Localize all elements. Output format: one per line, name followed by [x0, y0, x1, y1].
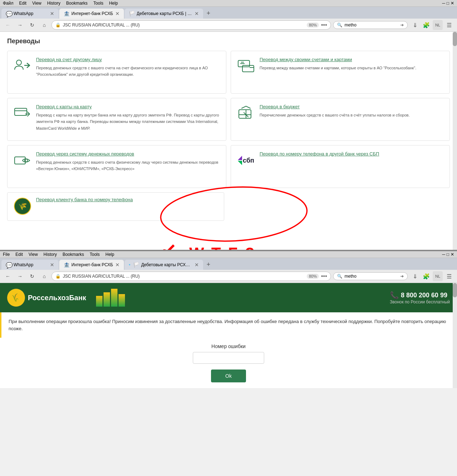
security-icon-1: 🔒	[55, 23, 61, 28]
new-tab-button-1[interactable]: +	[204, 8, 214, 19]
lang-badge-2[interactable]: NL	[433, 271, 443, 281]
search-box-1[interactable]: 🔍 ➜	[333, 21, 408, 29]
transfer-card-card-to-card[interactable]: Перевод с карты на карту Перевод с карты…	[7, 98, 226, 141]
transfer-card-budget[interactable]: Перевод в бюджет Перечисление денежных с…	[231, 98, 450, 141]
new-tab-button-2[interactable]: +	[204, 259, 214, 270]
transfer-title-to-account[interactable]: Перевод на счет другому лицу	[36, 57, 220, 62]
menu2-history[interactable]: History	[44, 252, 57, 257]
menu-bar-2: File Edit View History Bookmarks Tools H…	[0, 251, 457, 258]
menu-icon-2[interactable]: ☰	[444, 271, 454, 281]
tab-debet-close-1[interactable]: ✕	[195, 11, 199, 16]
window2-minimize[interactable]: ─	[442, 252, 445, 257]
tab-whatsapp-2[interactable]: 💬 WhatsApp ✕	[1, 260, 59, 270]
menu2-file[interactable]: File	[3, 252, 10, 257]
extensions-icon-2[interactable]: 🧩	[421, 271, 431, 281]
search-input-2[interactable]	[345, 274, 398, 279]
menu-edit[interactable]: Edit	[19, 1, 27, 6]
scroll-track-1[interactable]	[453, 32, 457, 250]
ok-button[interactable]: Ok	[211, 370, 246, 382]
error-text: При выполнении операции произошла ошибка…	[9, 318, 450, 332]
transfer-text-to-account: Перевод на счет другому лицу Перевод ден…	[36, 57, 220, 88]
forward-button-2[interactable]: →	[15, 271, 25, 281]
url-text-1: JSC RUSSIAN AGRICULTURAL ... (RU)	[63, 23, 305, 28]
error-number-section: Номер ошибки Ok	[0, 338, 457, 388]
transfer-card-money-system[interactable]: Перевод через систему денежных переводов…	[7, 145, 226, 188]
transfer-card-sbp[interactable]: сбп Перевод по номеру телефона в другой …	[231, 145, 450, 188]
scroll-thumb-2[interactable]	[453, 283, 457, 297]
rshb-logo: 🌾 РоссельхозБанк	[7, 289, 86, 307]
menu-bookmarks[interactable]: Bookmarks	[66, 1, 87, 6]
tab-rshb-close-1[interactable]: ✕	[115, 11, 120, 16]
window-close[interactable]: ✕	[451, 1, 454, 6]
download-icon-2[interactable]: ⇓	[410, 271, 420, 281]
scroll-track-2[interactable]	[453, 283, 457, 388]
search-input-1[interactable]	[345, 23, 398, 28]
window2-close[interactable]: ✕	[451, 252, 454, 257]
url-text-2: JSC RUSSIAN AGRICULTURAL ... (RU)	[63, 274, 305, 279]
url-box-1[interactable]: 🔒 JSC RUSSIAN AGRICULTURAL ... (RU) 80% …	[51, 20, 331, 30]
single-card-row: 🌾 Перевод клиенту банка по номеру телефо…	[7, 192, 450, 221]
menu2-tools[interactable]: Tools	[90, 252, 100, 257]
menu-file[interactable]: Файл	[3, 1, 14, 6]
menu2-edit[interactable]: Edit	[15, 252, 23, 257]
transfer-title-between-accounts[interactable]: Перевод между своими счетами и картами	[260, 57, 444, 62]
search-box-2[interactable]: 🔍 ➜	[333, 272, 408, 280]
bar-3	[111, 289, 117, 307]
refresh-button-2[interactable]: ↻	[27, 271, 37, 281]
sbp-logo-icon: сбп	[237, 151, 255, 170]
transfer-title-card-to-card[interactable]: Перевод с карты на карту	[36, 104, 220, 109]
window2-maximize[interactable]: □	[447, 252, 449, 257]
toolbar-right-1: ⇓ 🧩 NL ☰	[410, 20, 454, 30]
search-go-1[interactable]: ➜	[400, 23, 404, 28]
transfer-text-budget: Перевод в бюджет Перечисление денежных с…	[260, 104, 444, 135]
transfer-title-sbp[interactable]: Перевод по номеру телефона в другой банк…	[260, 151, 444, 157]
back-button-2[interactable]: ←	[3, 271, 13, 281]
transfer-card-between-accounts[interactable]: Перевод между своими счетами и картами П…	[231, 51, 450, 94]
window-minimize[interactable]: ─	[442, 1, 445, 6]
menu-view[interactable]: View	[32, 1, 41, 6]
tab-whatsapp-close-2[interactable]: ✕	[50, 262, 54, 268]
transfer-title-budget[interactable]: Перевод в бюджет	[260, 104, 444, 109]
lang-badge-1[interactable]: NL	[433, 20, 443, 30]
search-go-2[interactable]: ➜	[400, 274, 404, 279]
transfer-text-by-phone: Перевод клиенту банка по номеру телефона	[36, 197, 218, 216]
tab-whatsapp-title-1: WhatsApp	[14, 11, 48, 16]
window-maximize[interactable]: □	[447, 1, 449, 6]
more-button-2[interactable]: •••	[321, 273, 327, 279]
scroll-thumb-1[interactable]	[453, 32, 457, 46]
tab-whatsapp-close-1[interactable]: ✕	[50, 11, 54, 16]
back-button-1[interactable]: ←	[3, 20, 13, 30]
transfer-title-money-system[interactable]: Перевод через систему денежных переводов	[36, 151, 220, 157]
tab-bar-1: 💬 WhatsApp ✕ 🏦 Интернет-банк РСХБ ✕ 🏳️ Д…	[0, 7, 457, 19]
tab-whatsapp-1[interactable]: 💬 WhatsApp ✕	[1, 9, 59, 19]
error-number-input[interactable]	[193, 352, 264, 364]
menu-history[interactable]: History	[47, 1, 60, 6]
tab-rshb-2[interactable]: 🏦 Интернет-банк РСХБ ✕	[59, 260, 124, 270]
tab-debet-2[interactable]: ● 🏳️ Дебетовые карты РСХБ | Банки. ✕	[125, 260, 203, 270]
home-button-1[interactable]: ⌂	[39, 20, 49, 30]
more-button-1[interactable]: •••	[321, 22, 327, 28]
extensions-icon-1[interactable]: 🧩	[421, 20, 431, 30]
security-icon-2: 🔒	[55, 274, 61, 279]
tab-rshb-1[interactable]: 🏦 Интернет-банк РСХБ ✕	[59, 9, 124, 19]
home-button-2[interactable]: ⌂	[39, 271, 49, 281]
rshb-icon-2: 🏦	[64, 262, 69, 268]
transfer-title-by-phone[interactable]: Перевод клиенту банка по номеру телефона	[36, 197, 218, 202]
tab-rshb-close-2[interactable]: ✕	[115, 262, 120, 268]
menu2-view[interactable]: View	[29, 252, 38, 257]
menu-icon-1[interactable]: ☰	[444, 20, 454, 30]
refresh-button-1[interactable]: ↻	[27, 20, 37, 30]
menu2-bookmarks[interactable]: Bookmarks	[62, 252, 84, 257]
menu-tools[interactable]: Tools	[93, 1, 103, 6]
url-box-2[interactable]: 🔒 JSC RUSSIAN AGRICULTURAL ... (RU) 80% …	[51, 272, 331, 281]
tab-debet-1[interactable]: 🏳️ Дебетовые карты РСХБ | Банки.р ✕	[125, 9, 203, 19]
transfer-text-card-to-card: Перевод с карты на карту Перевод с карты…	[36, 104, 220, 135]
tab-debet-close-2[interactable]: ✕	[195, 262, 199, 268]
transfer-card-by-phone[interactable]: 🌾 Перевод клиенту банка по номеру телефо…	[7, 192, 224, 221]
menu2-help[interactable]: Help	[105, 252, 114, 257]
error-number-label: Номер ошибки	[7, 343, 450, 349]
forward-button-1[interactable]: →	[15, 20, 25, 30]
menu-help[interactable]: Help	[109, 1, 118, 6]
transfer-card-to-account[interactable]: Перевод на счет другому лицу Перевод ден…	[7, 51, 226, 94]
download-icon-1[interactable]: ⇓	[410, 20, 420, 30]
